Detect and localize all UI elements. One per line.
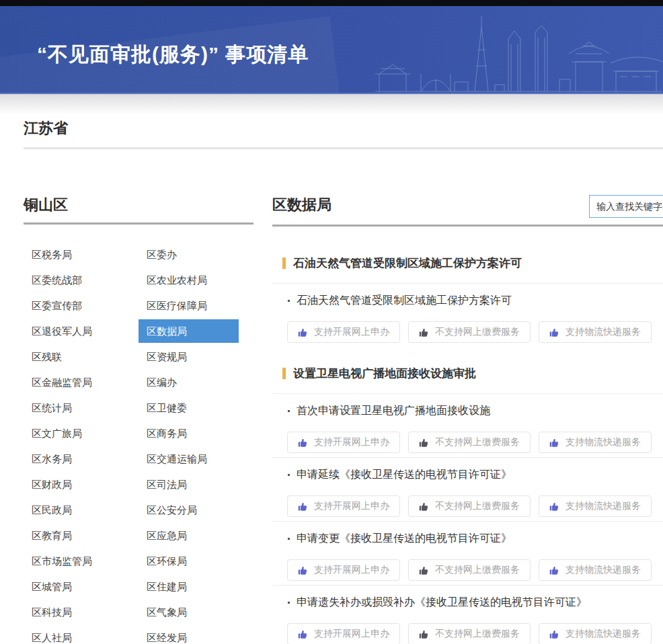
- banner-fade: [0, 94, 663, 114]
- sidebar-item[interactable]: 区委宣传部: [24, 294, 124, 317]
- thumbs-up-icon: [419, 629, 429, 639]
- section-header: 设置卫星电视广播地面接收设施审批: [272, 366, 663, 381]
- service-item-name[interactable]: 申请遗失补办或损毁补办《接收卫星传送的电视节目许可证》: [272, 596, 663, 610]
- sidebar-item[interactable]: 区公安分局: [139, 498, 239, 522]
- service-item-tags: 支持开展网上申办不支持网上缴费服务支持物流快递服务: [287, 623, 663, 644]
- tag-supported: 支持物流快递服务: [539, 495, 652, 517]
- tag-supported: 支持物流快递服务: [539, 432, 652, 453]
- service-item: 申请变更《接收卫星传送的电视节目许可证》支持开展网上申办不支持网上缴费服务支持物…: [272, 521, 663, 585]
- service-item-label: 首次申请设置卫星电视广播地面接收设施: [297, 404, 490, 418]
- item-bullet: [288, 474, 290, 476]
- sidebar-item[interactable]: 区交通运输局: [139, 447, 239, 471]
- sidebar-item[interactable]: 区教育局: [24, 524, 124, 547]
- thumbs-up-icon: [298, 438, 308, 448]
- sidebar-item[interactable]: 区编办: [139, 370, 239, 394]
- thumbs-up-icon: [298, 327, 308, 337]
- thumbs-up-icon: [419, 501, 429, 512]
- province-title: 江苏省: [24, 118, 68, 138]
- sidebar-item[interactable]: 区司法局: [139, 473, 239, 496]
- sidebar-item[interactable]: 区气象局: [139, 600, 239, 624]
- sidebar-item[interactable]: 区医疗保障局: [139, 294, 239, 317]
- sidebar-item[interactable]: 区残联: [24, 345, 124, 368]
- tag-label: 支持物流快递服务: [566, 628, 641, 640]
- sidebar-item-active[interactable]: 区数据局: [139, 319, 239, 343]
- city-skyline-graphic: [374, 12, 663, 93]
- section-title: 设置卫星电视广播地面接收设施审批: [293, 366, 476, 381]
- district-divider: [24, 223, 254, 225]
- section-header: 石油天然气管道受限制区域施工保护方案许可: [272, 255, 663, 271]
- top-strip: [0, 0, 663, 6]
- sidebar-item[interactable]: 区市场监管局: [24, 549, 124, 573]
- search-input[interactable]: [589, 195, 663, 218]
- sidebar-item[interactable]: 区城管局: [24, 575, 124, 598]
- thumbs-up-icon: [549, 438, 559, 448]
- sidebar-item[interactable]: 区住建局: [139, 575, 239, 598]
- sidebar-item[interactable]: 区环保局: [139, 549, 239, 573]
- item-bullet: [288, 538, 290, 540]
- thumbs-up-icon: [549, 501, 559, 512]
- tag-not-supported: 不支持网上缴费服务: [408, 432, 531, 453]
- thumbs-up-icon: [419, 438, 429, 448]
- thumbs-up-icon: [419, 327, 429, 337]
- sidebar-item[interactable]: 区税务局: [24, 243, 124, 266]
- tag-label: 支持物流快递服务: [566, 436, 641, 448]
- service-item: 申请延续《接收卫星传送的电视节目许可证》支持开展网上申办不支持网上缴费服务支持物…: [272, 457, 663, 521]
- sidebar-item[interactable]: 区委办: [139, 243, 239, 266]
- department-list: 区税务局区委办区委统战部区农业农村局区委宣传部区医疗保障局区退役军人局区数据局区…: [24, 243, 266, 644]
- sidebar-item[interactable]: 区应急局: [139, 524, 239, 547]
- item-bullet: [288, 602, 290, 604]
- service-section: 石油天然气管道受限制区域施工保护方案许可石油天然气管道受限制区域施工保护方案许可…: [272, 255, 663, 347]
- service-item-tags: 支持开展网上申办不支持网上缴费服务支持物流快递服务: [287, 495, 663, 517]
- service-item-tags: 支持开展网上申办不支持网上缴费服务支持物流快递服务: [287, 321, 663, 343]
- sidebar-item[interactable]: 区退役军人局: [24, 319, 124, 343]
- service-item-label: 申请变更《接收卫星传送的电视节目许可证》: [297, 532, 512, 546]
- tag-supported: 支持开展网上申办: [287, 432, 400, 453]
- tag-not-supported: 不支持网上缴费服务: [408, 559, 531, 581]
- service-item-label: 申请遗失补办或损毁补办《接收卫星传送的电视节目许可证》: [297, 596, 587, 610]
- sidebar-item[interactable]: 区水务局: [24, 447, 124, 471]
- sidebar-item[interactable]: 区卫健委: [139, 396, 239, 419]
- sidebar-item[interactable]: 区文广旅局: [24, 421, 124, 445]
- page-banner: “不见面审批(服务)” 事项清单: [0, 6, 663, 94]
- service-item-name[interactable]: 首次申请设置卫星电视广播地面接收设施: [272, 404, 663, 418]
- service-item-name[interactable]: 申请延续《接收卫星传送的电视节目许可证》: [272, 468, 663, 482]
- thumbs-up-icon: [298, 629, 308, 639]
- department-page-title: 区数据局: [272, 195, 332, 215]
- tag-label: 支持开展网上申办: [314, 628, 389, 640]
- tag-label: 支持开展网上申办: [314, 436, 389, 448]
- section-marker: [282, 368, 286, 379]
- item-bullet: [288, 300, 290, 302]
- sidebar-item[interactable]: 区财政局: [24, 473, 124, 496]
- sidebar-item[interactable]: 区委统战部: [24, 268, 124, 292]
- tag-label: 支持物流快递服务: [566, 326, 641, 338]
- thumbs-up-icon: [419, 565, 429, 575]
- sidebar-item[interactable]: 区金融监管局: [24, 370, 124, 394]
- section-title: 石油天然气管道受限制区域施工保护方案许可: [293, 255, 522, 271]
- service-item-name[interactable]: 石油天然气管道受限制区域施工保护方案许可: [272, 294, 663, 308]
- sidebar-item[interactable]: 区农业农村局: [139, 268, 239, 292]
- sidebar-item[interactable]: 区人社局: [24, 626, 124, 644]
- tag-supported: 支持物流快递服务: [539, 321, 652, 343]
- sidebar-item[interactable]: 区民政局: [24, 498, 124, 522]
- service-sections: 石油天然气管道受限制区域施工保护方案许可石油天然气管道受限制区域施工保护方案许可…: [272, 227, 663, 644]
- tag-supported: 支持物流快递服务: [539, 559, 652, 581]
- tag-supported: 支持开展网上申办: [287, 559, 400, 581]
- service-item: 申请遗失补办或损毁补办《接收卫星传送的电视节目许可证》支持开展网上申办不支持网上…: [272, 585, 663, 644]
- tag-label: 不支持网上缴费服务: [435, 628, 520, 640]
- section-items: 石油天然气管道受限制区域施工保护方案许可支持开展网上申办不支持网上缴费服务支持物…: [272, 283, 663, 347]
- section-items: 首次申请设置卫星电视广播地面接收设施支持开展网上申办不支持网上缴费服务支持物流快…: [272, 393, 663, 644]
- thumbs-up-icon: [549, 565, 559, 575]
- sidebar-item[interactable]: 区经发局: [139, 626, 239, 644]
- sidebar-item[interactable]: 区商务局: [139, 421, 239, 445]
- sidebar-item[interactable]: 区统计局: [24, 396, 124, 419]
- service-section: 设置卫星电视广播地面接收设施审批首次申请设置卫星电视广播地面接收设施支持开展网上…: [272, 366, 663, 644]
- service-item-label: 石油天然气管道受限制区域施工保护方案许可: [297, 294, 512, 308]
- sidebar-item[interactable]: 区资规局: [139, 345, 239, 368]
- service-item: 石油天然气管道受限制区域施工保护方案许可支持开展网上申办不支持网上缴费服务支持物…: [272, 283, 663, 347]
- sidebar-item[interactable]: 区科技局: [24, 600, 124, 624]
- service-item-name[interactable]: 申请变更《接收卫星传送的电视节目许可证》: [272, 532, 663, 546]
- service-item-tags: 支持开展网上申办不支持网上缴费服务支持物流快递服务: [287, 559, 663, 581]
- tag-label: 不支持网上缴费服务: [435, 564, 520, 576]
- tag-not-supported: 不支持网上缴费服务: [408, 321, 531, 343]
- tag-label: 不支持网上缴费服务: [435, 326, 520, 338]
